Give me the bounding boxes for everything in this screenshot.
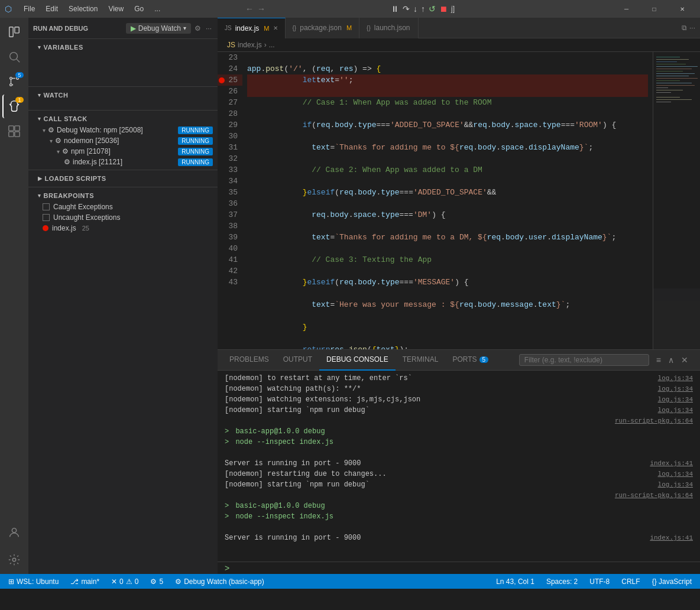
debug-step-out-btn[interactable]: ↑ xyxy=(421,4,425,14)
tab-ports[interactable]: PORTS 5 xyxy=(445,350,495,371)
menu-view[interactable]: View xyxy=(103,4,128,14)
code-line: // Case 3: Texting the App xyxy=(247,254,648,277)
activity-extensions[interactable] xyxy=(2,119,26,143)
debug-restart-btn[interactable]: ↺ xyxy=(429,4,436,14)
console-line: [nodemon] watching path(s): **/* log.js:… xyxy=(225,384,693,394)
status-errors[interactable]: ✕ 0 ⚠ 0 xyxy=(108,577,142,586)
console-line xyxy=(225,447,693,458)
indexjs-breakpoint-item[interactable]: index.js 25 xyxy=(28,223,218,233)
console-ref[interactable]: log.js:34 xyxy=(658,394,693,405)
breadcrumb-filename[interactable]: index.js xyxy=(238,41,262,49)
status-position[interactable]: Ln 43, Col 1 xyxy=(492,577,538,586)
tab-indexjs-close[interactable]: ✕ xyxy=(273,25,278,31)
activity-explorer[interactable] xyxy=(2,20,26,44)
console-ref[interactable]: log.js:34 xyxy=(658,405,693,416)
call-stack-item[interactable]: ⚙ index.js [21121] RUNNING xyxy=(28,157,218,167)
console-ref[interactable]: log.js:34 xyxy=(658,373,693,384)
caught-exceptions-checkbox[interactable] xyxy=(43,203,50,210)
menu-go[interactable]: Go xyxy=(129,4,148,14)
console-ref[interactable]: log.js:34 xyxy=(658,384,693,394)
debug-step-over-btn[interactable]: ↷ xyxy=(403,4,410,14)
minimap xyxy=(653,52,700,349)
svg-rect-9 xyxy=(9,132,14,137)
gear-icon: ⚙ xyxy=(55,137,61,145)
svg-point-6 xyxy=(10,84,12,86)
debug-settings-btn[interactable]: ⚙ xyxy=(193,23,202,34)
menu-items: File Edit Selection View Go ... xyxy=(19,4,165,14)
svg-rect-22 xyxy=(656,76,689,76)
nav-back-btn[interactable]: ← xyxy=(245,4,254,14)
console-ref[interactable]: index.js:41 xyxy=(650,533,693,543)
caught-exceptions-item[interactable]: Caught Exceptions xyxy=(28,202,218,212)
split-editor-btn[interactable]: ⧉ xyxy=(682,24,687,32)
tab-terminal[interactable]: TERMINAL xyxy=(396,350,446,371)
breadcrumb-symbol[interactable]: ... xyxy=(269,41,275,49)
debug-step-into-btn[interactable]: ↓ xyxy=(413,4,417,14)
debug-config-dropdown[interactable]: ▶ Debug Watch ▾ xyxy=(126,23,191,34)
console-text xyxy=(225,522,229,533)
tab-launchjson-label: launch.json xyxy=(374,24,410,32)
command-palette[interactable] xyxy=(269,8,387,10)
menu-edit[interactable]: Edit xyxy=(41,4,63,14)
panel-list-btn[interactable]: ≡ xyxy=(654,354,663,366)
breakpoints-header[interactable]: ▾ BREAKPOINTS xyxy=(28,190,218,202)
nav-forward-btn[interactable]: → xyxy=(257,4,265,14)
error-count: 0 xyxy=(119,577,124,586)
activity-account[interactable] xyxy=(2,521,26,544)
panel-up-btn[interactable]: ∧ xyxy=(666,354,676,366)
window-controls: ─ □ ✕ xyxy=(613,0,695,18)
maximize-btn[interactable]: □ xyxy=(641,0,667,18)
tab-output[interactable]: OUTPUT xyxy=(276,350,319,371)
tab-problems[interactable]: PROBLEMS xyxy=(222,350,276,371)
tab-debug-console[interactable]: DEBUG CONSOLE xyxy=(319,350,396,371)
status-language[interactable]: {} JavaScript xyxy=(649,577,695,586)
console-ref[interactable]: run-script-pkg.js:64 xyxy=(615,416,693,426)
loaded-scripts-header[interactable]: ▶ LOADED SCRIPTS xyxy=(28,173,218,184)
call-stack-item[interactable]: ▾ ⚙ Debug Watch: npm [25008] RUNNING xyxy=(28,125,218,135)
debug-more-btn[interactable]: ··· xyxy=(205,23,213,34)
console-ref[interactable]: log.js:34 xyxy=(658,479,693,490)
code-content[interactable]: app.post('/', (req, res) => { let text =… xyxy=(242,52,653,349)
debug-stop-btn[interactable]: ⏹ xyxy=(439,4,448,14)
tab-launchjson[interactable]: {} launch.json xyxy=(359,18,419,38)
js-icon: JS xyxy=(225,25,232,31)
status-encoding[interactable]: UTF-8 xyxy=(586,577,613,586)
tab-packagejson[interactable]: {} package.json M xyxy=(286,18,360,38)
status-remote[interactable]: ⊞ WSL: Ubuntu xyxy=(5,577,62,586)
status-debug-sessions[interactable]: ⚙ 5 xyxy=(147,577,167,586)
minimize-btn[interactable]: ─ xyxy=(613,0,640,18)
more-tabs-btn[interactable]: ··· xyxy=(689,24,695,32)
close-btn[interactable]: ✕ xyxy=(669,0,695,18)
call-stack-header[interactable]: ▾ CALL STACK xyxy=(28,113,218,125)
tab-indexjs[interactable]: JS index.js M ✕ xyxy=(218,18,286,38)
panel-close-btn[interactable]: ✕ xyxy=(679,354,691,366)
activity-git[interactable]: 5 xyxy=(2,70,26,93)
uncaught-exceptions-checkbox[interactable] xyxy=(43,214,50,221)
status-branch[interactable]: ⎇ main* xyxy=(67,577,103,586)
status-line-ending[interactable]: CRLF xyxy=(618,577,643,586)
code-line: return res.json({text}); xyxy=(247,344,648,349)
status-debug-label[interactable]: ⚙ Debug Watch (basic-app) xyxy=(171,577,268,586)
svg-rect-27 xyxy=(656,87,668,88)
debug-pause-btn[interactable]: ⏸ xyxy=(391,4,399,14)
variables-header[interactable]: ▾ VARIABLES xyxy=(28,41,218,53)
app-icon: ⬡ xyxy=(5,4,12,14)
watch-header[interactable]: ▾ WATCH xyxy=(28,89,218,101)
console-line: [nodemon] to restart at any time, enter … xyxy=(225,373,693,384)
console-ref[interactable]: log.js:34 xyxy=(658,469,693,479)
console-input[interactable] xyxy=(234,564,693,572)
call-stack-item[interactable]: ▾ ⚙ npm [21078] RUNNING xyxy=(28,146,218,157)
menu-file[interactable]: File xyxy=(19,4,40,14)
console-ref[interactable]: index.js:41 xyxy=(650,458,693,469)
menu-more[interactable]: ... xyxy=(150,4,165,14)
activity-search[interactable] xyxy=(2,45,26,69)
console-filter-input[interactable] xyxy=(519,354,649,366)
activity-debug[interactable]: 1 xyxy=(2,95,26,118)
activity-settings[interactable] xyxy=(2,548,26,572)
menu-selection[interactable]: Selection xyxy=(64,4,102,14)
loaded-scripts-section: ▶ LOADED SCRIPTS xyxy=(28,170,218,187)
uncaught-exceptions-item[interactable]: Uncaught Exceptions xyxy=(28,212,218,223)
call-stack-item[interactable]: ▾ ⚙ nodemon [25036] RUNNING xyxy=(28,135,218,146)
status-spaces[interactable]: Spaces: 2 xyxy=(543,577,581,586)
console-ref[interactable]: run-script-pkg.js:64 xyxy=(615,490,693,501)
